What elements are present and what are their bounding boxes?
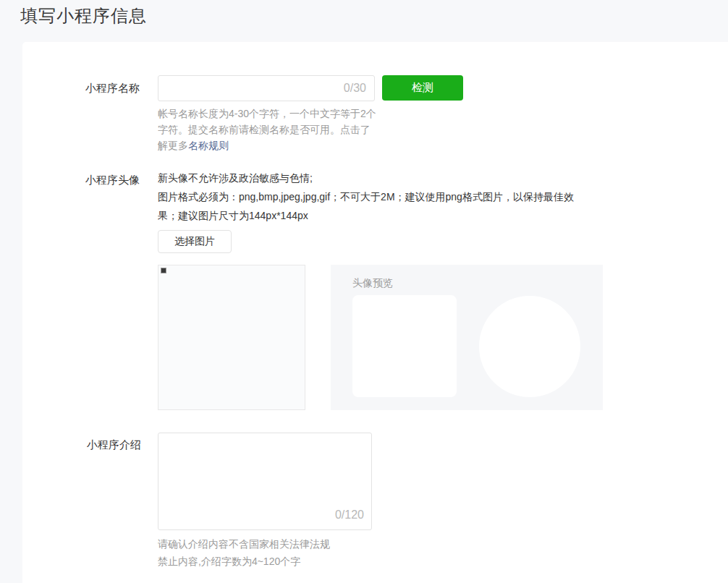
name-input-wrap: 0/30 (158, 75, 375, 101)
name-input[interactable] (158, 75, 375, 101)
intro-help-line2: 禁止内容,介绍字数为4~120个字 (158, 553, 330, 570)
name-help-text: 帐号名称长度为4-30个字符，一个中文字等于2个字符。提交名称前请检测名称是否可… (158, 106, 379, 153)
avatar-preview-circle (479, 296, 580, 397)
name-field-label: 小程序名称 (85, 75, 140, 101)
form-card: 小程序名称 0/30 检测 帐号名称长度为4-30个字符，一个中文字等于2个字符… (22, 42, 728, 583)
page-title: 填写小程序信息 (20, 4, 147, 27)
avatar-upload-preview-box[interactable] (158, 265, 305, 410)
avatar-preview-panel: 头像预览 (331, 265, 603, 410)
intro-textarea[interactable] (158, 433, 372, 530)
avatar-rules-text: 新头像不允许涉及政治敏感与色情; 图片格式必须为：png,bmp,jpeg,jp… (158, 169, 593, 225)
avatar-field-label: 小程序头像 (85, 174, 140, 187)
avatar-preview-square (352, 295, 457, 397)
check-name-button[interactable]: 检测 (382, 75, 463, 101)
avatar-preview-title: 头像预览 (352, 277, 393, 290)
intro-textarea-wrap: 0/120 (158, 433, 372, 530)
avatar-rule-line2: 图片格式必须为：png,bmp,jpeg,jpg,gif；不可大于2M；建议使用… (158, 187, 593, 225)
intro-help-line1: 请确认介绍内容不含国家相关法律法规 (158, 535, 330, 553)
choose-image-button[interactable]: 选择图片 (158, 230, 232, 253)
broken-image-icon (161, 268, 166, 273)
intro-field-label: 小程序介绍 (87, 438, 141, 452)
intro-help-text: 请确认介绍内容不含国家相关法律法规 禁止内容,介绍字数为4~120个字 (158, 535, 330, 570)
avatar-rule-line1: 新头像不允许涉及政治敏感与色情; (158, 169, 593, 187)
name-rules-link[interactable]: 名称规则 (188, 140, 229, 151)
